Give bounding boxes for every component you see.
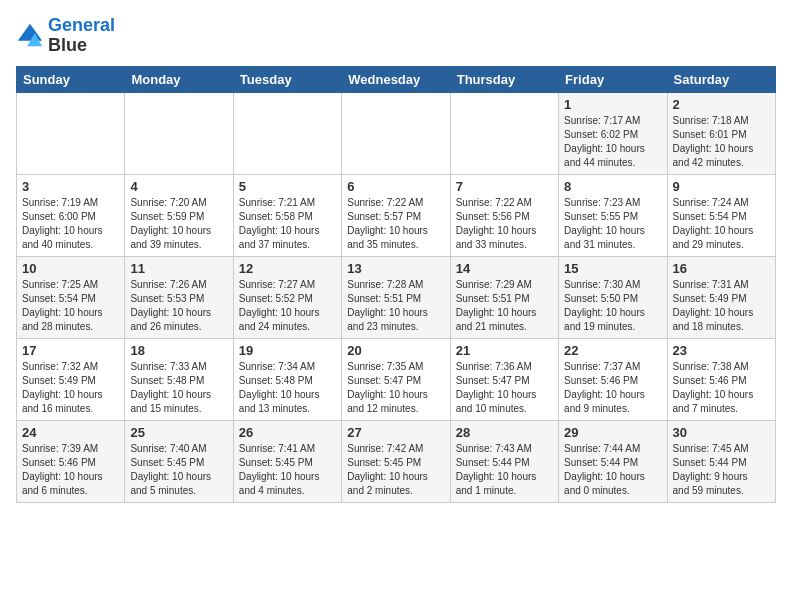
calendar-cell: 24Sunrise: 7:39 AM Sunset: 5:46 PM Dayli… [17, 420, 125, 502]
day-info: Sunrise: 7:24 AM Sunset: 5:54 PM Dayligh… [673, 196, 770, 252]
page-header: General Blue [16, 16, 776, 56]
day-info: Sunrise: 7:31 AM Sunset: 5:49 PM Dayligh… [673, 278, 770, 334]
day-number: 26 [239, 425, 336, 440]
calendar-cell: 14Sunrise: 7:29 AM Sunset: 5:51 PM Dayli… [450, 256, 558, 338]
calendar-cell: 28Sunrise: 7:43 AM Sunset: 5:44 PM Dayli… [450, 420, 558, 502]
day-number: 22 [564, 343, 661, 358]
weekday-header-friday: Friday [559, 66, 667, 92]
calendar-cell: 9Sunrise: 7:24 AM Sunset: 5:54 PM Daylig… [667, 174, 775, 256]
weekday-header-row: SundayMondayTuesdayWednesdayThursdayFrid… [17, 66, 776, 92]
day-info: Sunrise: 7:38 AM Sunset: 5:46 PM Dayligh… [673, 360, 770, 416]
weekday-header-wednesday: Wednesday [342, 66, 450, 92]
day-number: 6 [347, 179, 444, 194]
calendar-cell: 7Sunrise: 7:22 AM Sunset: 5:56 PM Daylig… [450, 174, 558, 256]
day-info: Sunrise: 7:30 AM Sunset: 5:50 PM Dayligh… [564, 278, 661, 334]
day-number: 15 [564, 261, 661, 276]
calendar-cell: 18Sunrise: 7:33 AM Sunset: 5:48 PM Dayli… [125, 338, 233, 420]
calendar-week-2: 3Sunrise: 7:19 AM Sunset: 6:00 PM Daylig… [17, 174, 776, 256]
day-number: 4 [130, 179, 227, 194]
day-info: Sunrise: 7:22 AM Sunset: 5:56 PM Dayligh… [456, 196, 553, 252]
day-info: Sunrise: 7:44 AM Sunset: 5:44 PM Dayligh… [564, 442, 661, 498]
day-number: 2 [673, 97, 770, 112]
day-number: 20 [347, 343, 444, 358]
day-info: Sunrise: 7:35 AM Sunset: 5:47 PM Dayligh… [347, 360, 444, 416]
day-info: Sunrise: 7:22 AM Sunset: 5:57 PM Dayligh… [347, 196, 444, 252]
calendar-cell: 21Sunrise: 7:36 AM Sunset: 5:47 PM Dayli… [450, 338, 558, 420]
day-number: 9 [673, 179, 770, 194]
calendar-cell: 27Sunrise: 7:42 AM Sunset: 5:45 PM Dayli… [342, 420, 450, 502]
day-number: 12 [239, 261, 336, 276]
day-info: Sunrise: 7:40 AM Sunset: 5:45 PM Dayligh… [130, 442, 227, 498]
calendar-week-5: 24Sunrise: 7:39 AM Sunset: 5:46 PM Dayli… [17, 420, 776, 502]
day-info: Sunrise: 7:29 AM Sunset: 5:51 PM Dayligh… [456, 278, 553, 334]
day-info: Sunrise: 7:37 AM Sunset: 5:46 PM Dayligh… [564, 360, 661, 416]
day-info: Sunrise: 7:34 AM Sunset: 5:48 PM Dayligh… [239, 360, 336, 416]
day-number: 3 [22, 179, 119, 194]
day-number: 28 [456, 425, 553, 440]
calendar-cell: 1Sunrise: 7:17 AM Sunset: 6:02 PM Daylig… [559, 92, 667, 174]
calendar-cell: 16Sunrise: 7:31 AM Sunset: 5:49 PM Dayli… [667, 256, 775, 338]
day-number: 25 [130, 425, 227, 440]
calendar-cell: 13Sunrise: 7:28 AM Sunset: 5:51 PM Dayli… [342, 256, 450, 338]
day-info: Sunrise: 7:27 AM Sunset: 5:52 PM Dayligh… [239, 278, 336, 334]
day-info: Sunrise: 7:41 AM Sunset: 5:45 PM Dayligh… [239, 442, 336, 498]
day-number: 19 [239, 343, 336, 358]
day-number: 14 [456, 261, 553, 276]
weekday-header-thursday: Thursday [450, 66, 558, 92]
day-number: 23 [673, 343, 770, 358]
day-info: Sunrise: 7:32 AM Sunset: 5:49 PM Dayligh… [22, 360, 119, 416]
calendar-cell: 17Sunrise: 7:32 AM Sunset: 5:49 PM Dayli… [17, 338, 125, 420]
calendar-cell: 10Sunrise: 7:25 AM Sunset: 5:54 PM Dayli… [17, 256, 125, 338]
calendar-cell: 26Sunrise: 7:41 AM Sunset: 5:45 PM Dayli… [233, 420, 341, 502]
calendar-cell: 5Sunrise: 7:21 AM Sunset: 5:58 PM Daylig… [233, 174, 341, 256]
logo-text: General Blue [48, 16, 115, 56]
day-info: Sunrise: 7:42 AM Sunset: 5:45 PM Dayligh… [347, 442, 444, 498]
day-number: 8 [564, 179, 661, 194]
day-info: Sunrise: 7:18 AM Sunset: 6:01 PM Dayligh… [673, 114, 770, 170]
svg-marker-0 [18, 24, 42, 41]
day-number: 16 [673, 261, 770, 276]
day-number: 13 [347, 261, 444, 276]
calendar-cell: 25Sunrise: 7:40 AM Sunset: 5:45 PM Dayli… [125, 420, 233, 502]
weekday-header-monday: Monday [125, 66, 233, 92]
calendar-week-3: 10Sunrise: 7:25 AM Sunset: 5:54 PM Dayli… [17, 256, 776, 338]
calendar-cell: 20Sunrise: 7:35 AM Sunset: 5:47 PM Dayli… [342, 338, 450, 420]
day-info: Sunrise: 7:19 AM Sunset: 6:00 PM Dayligh… [22, 196, 119, 252]
day-info: Sunrise: 7:25 AM Sunset: 5:54 PM Dayligh… [22, 278, 119, 334]
calendar-cell: 11Sunrise: 7:26 AM Sunset: 5:53 PM Dayli… [125, 256, 233, 338]
day-info: Sunrise: 7:45 AM Sunset: 5:44 PM Dayligh… [673, 442, 770, 498]
calendar-cell: 19Sunrise: 7:34 AM Sunset: 5:48 PM Dayli… [233, 338, 341, 420]
day-number: 17 [22, 343, 119, 358]
day-number: 30 [673, 425, 770, 440]
day-info: Sunrise: 7:36 AM Sunset: 5:47 PM Dayligh… [456, 360, 553, 416]
calendar-cell: 3Sunrise: 7:19 AM Sunset: 6:00 PM Daylig… [17, 174, 125, 256]
calendar-cell: 4Sunrise: 7:20 AM Sunset: 5:59 PM Daylig… [125, 174, 233, 256]
calendar-week-4: 17Sunrise: 7:32 AM Sunset: 5:49 PM Dayli… [17, 338, 776, 420]
calendar-cell: 8Sunrise: 7:23 AM Sunset: 5:55 PM Daylig… [559, 174, 667, 256]
day-info: Sunrise: 7:20 AM Sunset: 5:59 PM Dayligh… [130, 196, 227, 252]
day-info: Sunrise: 7:33 AM Sunset: 5:48 PM Dayligh… [130, 360, 227, 416]
day-info: Sunrise: 7:26 AM Sunset: 5:53 PM Dayligh… [130, 278, 227, 334]
day-info: Sunrise: 7:39 AM Sunset: 5:46 PM Dayligh… [22, 442, 119, 498]
day-number: 7 [456, 179, 553, 194]
logo-icon [16, 22, 44, 50]
day-number: 24 [22, 425, 119, 440]
day-info: Sunrise: 7:43 AM Sunset: 5:44 PM Dayligh… [456, 442, 553, 498]
calendar-cell: 15Sunrise: 7:30 AM Sunset: 5:50 PM Dayli… [559, 256, 667, 338]
calendar-cell: 23Sunrise: 7:38 AM Sunset: 5:46 PM Dayli… [667, 338, 775, 420]
calendar-cell: 30Sunrise: 7:45 AM Sunset: 5:44 PM Dayli… [667, 420, 775, 502]
day-number: 21 [456, 343, 553, 358]
calendar-cell: 29Sunrise: 7:44 AM Sunset: 5:44 PM Dayli… [559, 420, 667, 502]
weekday-header-tuesday: Tuesday [233, 66, 341, 92]
day-number: 11 [130, 261, 227, 276]
day-number: 27 [347, 425, 444, 440]
calendar-cell: 22Sunrise: 7:37 AM Sunset: 5:46 PM Dayli… [559, 338, 667, 420]
day-number: 5 [239, 179, 336, 194]
calendar-week-1: 1Sunrise: 7:17 AM Sunset: 6:02 PM Daylig… [17, 92, 776, 174]
calendar-cell [450, 92, 558, 174]
weekday-header-saturday: Saturday [667, 66, 775, 92]
day-info: Sunrise: 7:28 AM Sunset: 5:51 PM Dayligh… [347, 278, 444, 334]
logo: General Blue [16, 16, 115, 56]
calendar-cell: 12Sunrise: 7:27 AM Sunset: 5:52 PM Dayli… [233, 256, 341, 338]
calendar-cell [17, 92, 125, 174]
